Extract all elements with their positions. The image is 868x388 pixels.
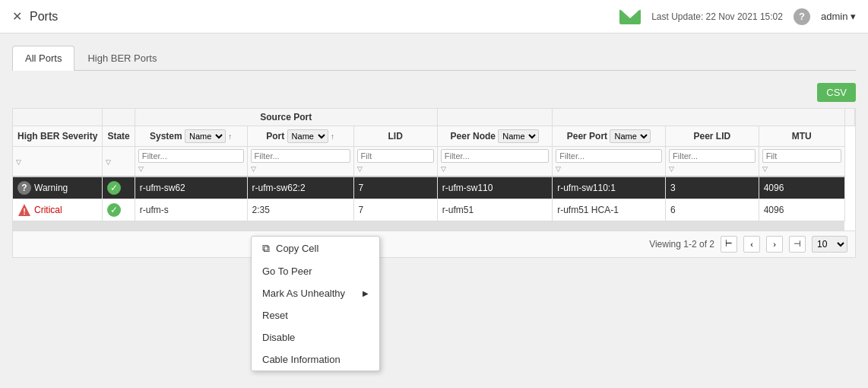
cell-mtu-2: 4096 (759, 199, 844, 221)
last-update-label: Last Update: 22 Nov 2021 15:02 (651, 11, 783, 22)
filter-row: ▽ ▽ ▽ ▽ ▽ (13, 147, 855, 177)
admin-menu[interactable]: admin ▾ (821, 11, 856, 22)
cell-system-2: r-ufm-s (135, 199, 247, 221)
cell-system-1: r-ufm-sw62 (135, 177, 247, 199)
warning-icon: ? (17, 181, 31, 195)
close-button[interactable]: ✕ (12, 9, 22, 24)
svg-rect-0 (623, 11, 637, 21)
peer-port-name-select[interactable]: Name (610, 129, 651, 143)
cell-peer-port-2: r-ufm51 HCA-1 (553, 199, 666, 221)
filter-system-input[interactable] (138, 149, 244, 163)
filter-peer-port-input[interactable] (556, 149, 662, 163)
col-mtu: MTU (759, 126, 844, 147)
cell-peer-node-1: r-ufm-sw110 (437, 177, 552, 199)
filter-lid: ▽ (353, 147, 437, 177)
tab-bar: All Ports High BER Ports (12, 46, 856, 71)
table-container: Source Port High BER Severity State Syst… (12, 108, 856, 258)
cell-peer-port-1: r-ufm-sw110:1 (553, 177, 666, 199)
help-button[interactable]: ? (794, 8, 810, 25)
group-lid (437, 109, 552, 126)
cell-state-2: ✓ (103, 199, 135, 221)
col-port: Port Name ↑ (247, 126, 353, 147)
port-sort-arrow[interactable]: ↑ (331, 132, 334, 141)
group-peer (553, 109, 845, 126)
prev-page-button[interactable]: ‹ (743, 236, 760, 253)
col-system: System Name ↑ (135, 126, 247, 147)
group-state (103, 109, 135, 126)
cell-port-2: 2:35 (247, 199, 353, 221)
filter-peer-port: ▽ (553, 147, 666, 177)
cell-mtu-1: 4096 (759, 177, 844, 199)
port-name-select[interactable]: Name (287, 129, 328, 143)
header: ✕ Ports Last Update: 22 Nov 2021 15:02 ?… (0, 0, 868, 33)
page-size-select[interactable]: 10 20 50 100 (812, 236, 847, 253)
toolbar: CSV (12, 83, 856, 102)
col-peer-port: Peer Port Name (553, 126, 666, 147)
cell-severity-1: ? Warning (13, 177, 103, 199)
cell-peer-lid-1: 3 (666, 177, 759, 199)
page-title: Ports (30, 10, 619, 24)
context-menu-go-to-peer[interactable]: Go To Peer (252, 260, 379, 270)
table-row[interactable]: ? Warning ✓ r-ufm-sw62 r-ufm-sw62:2 7 r-… (13, 177, 855, 199)
peer-node-name-select[interactable]: Name (498, 129, 539, 143)
group-source-port: Source Port (135, 109, 437, 126)
filter-lid-input[interactable] (357, 149, 434, 163)
filter-mtu: ▽ (759, 147, 844, 177)
cell-lid-2: 7 (353, 199, 437, 221)
severity-critical-badge: ! Critical (17, 203, 97, 217)
filter-peer-node: ▽ (437, 147, 552, 177)
column-header-row: High BER Severity State System Name ↑ Po… (13, 126, 855, 147)
tab-high-ber-ports[interactable]: High BER Ports (74, 46, 169, 70)
group-mtu (844, 109, 854, 126)
col-lid: LID (353, 126, 437, 147)
filter-mtu-input[interactable] (762, 149, 841, 163)
table-footer: Viewing 1-2 of 2 ⊢ ‹ › ⊣ 10 20 50 100 (13, 231, 855, 257)
csv-button[interactable]: CSV (817, 83, 856, 102)
context-menu: ⧉ Copy Cell Go To Peer Mark As Unhealthy… (251, 236, 380, 270)
context-menu-copy-cell[interactable]: ⧉ Copy Cell (252, 237, 379, 260)
mail-icon[interactable] (619, 9, 641, 24)
filter-peer-lid-input[interactable] (669, 149, 756, 163)
filter-peer-lid: ▽ (666, 147, 759, 177)
col-high-ber-severity: High BER Severity (13, 126, 103, 147)
cell-port-1: r-ufm-sw62:2 (247, 177, 353, 199)
system-name-select[interactable]: Name (185, 129, 226, 143)
scroll-row (13, 221, 855, 231)
last-page-button[interactable]: ⊣ (789, 236, 806, 253)
filter-state: ▽ (103, 147, 135, 177)
group-header-row: Source Port (13, 109, 855, 126)
cell-lid-1: 7 (353, 177, 437, 199)
first-page-button[interactable]: ⊢ (721, 236, 737, 253)
group-severity (13, 109, 103, 126)
tab-all-ports[interactable]: All Ports (12, 46, 74, 71)
cell-severity-2: ! Critical (13, 199, 103, 221)
svg-text:!: ! (23, 207, 26, 216)
col-peer-node: Peer Node Name (437, 126, 552, 147)
state-check-icon: ✓ (107, 181, 121, 195)
cell-peer-lid-2: 6 (666, 199, 759, 221)
header-right: Last Update: 22 Nov 2021 15:02 ? admin ▾ (619, 8, 856, 25)
system-sort-arrow[interactable]: ↑ (228, 132, 232, 141)
state-check-icon: ✓ (107, 203, 121, 217)
col-state: State (103, 126, 135, 147)
copy-icon: ⧉ (262, 242, 270, 255)
next-page-button[interactable]: › (766, 236, 783, 253)
severity-warning-badge: ? Warning (17, 181, 97, 195)
cell-state-1: ✓ (103, 177, 135, 199)
viewing-label: Viewing 1-2 of 2 (649, 239, 714, 250)
main-content: All Ports High BER Ports CSV Source Port (0, 33, 868, 270)
cell-peer-node-2: r-ufm51 (437, 199, 552, 221)
ports-table: Source Port High BER Severity State Syst… (13, 109, 855, 231)
filter-port-input[interactable] (251, 149, 350, 163)
filter-system: ▽ (135, 147, 247, 177)
filter-port: ▽ (247, 147, 353, 177)
col-peer-lid: Peer LID (666, 126, 759, 147)
filter-peer-node-input[interactable] (441, 149, 549, 163)
filter-severity: ▽ (13, 147, 103, 177)
table-row[interactable]: ! Critical ✓ r-ufm-s 2:35 7 r-ufm51 r-uf… (13, 199, 855, 221)
